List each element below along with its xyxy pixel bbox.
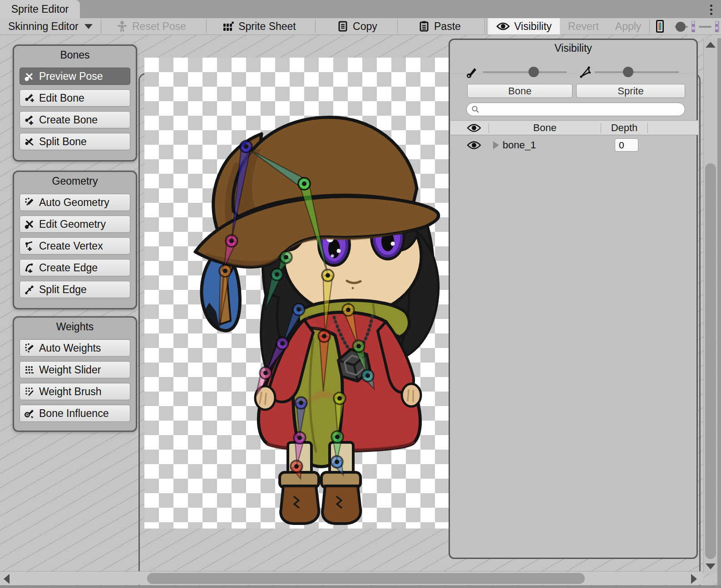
foldout-triangle-icon[interactable] [493, 141, 499, 149]
window-bottom-edge [0, 585, 721, 588]
character-sprite [144, 58, 449, 529]
column-header-bone[interactable]: Bone [489, 122, 601, 134]
eye-icon [467, 123, 481, 132]
paste-icon [418, 20, 430, 32]
bone-influence-icon [25, 408, 35, 418]
weight-slider-button[interactable]: Weight Slider [20, 361, 130, 378]
tab-bone[interactable]: Bone [467, 84, 573, 98]
vertical-scroll-thumb[interactable] [705, 163, 716, 559]
mode-dropdown-label: Skinning Editor [8, 20, 79, 33]
horizontal-scroll-thumb[interactable] [147, 573, 585, 584]
horizontal-scrollbar[interactable] [0, 571, 703, 585]
preview-pose-button[interactable]: Preview Pose [20, 68, 130, 85]
edit-bone-icon [25, 93, 35, 103]
edit-geometry-icon [25, 219, 35, 229]
auto-geometry-button[interactable]: Auto Geometry [20, 194, 130, 211]
bones-panel: Bones Preview Pose Edit Bone Create Bone… [13, 44, 137, 162]
search-icon [471, 105, 479, 113]
weight-brush-button[interactable]: Weight Brush [20, 383, 130, 400]
sprite-sheet-button[interactable]: Sprite Sheet [214, 18, 304, 34]
bone-opacity-slider[interactable] [483, 64, 567, 80]
copy-label: Copy [353, 20, 377, 33]
auto-weights-icon [25, 343, 35, 353]
preview-pose-icon [25, 71, 35, 81]
paste-button[interactable]: Paste [410, 18, 469, 34]
copy-icon [337, 20, 349, 32]
create-vertex-icon [25, 241, 35, 251]
auto-geometry-icon [25, 197, 35, 207]
split-edge-icon [25, 284, 35, 294]
bone-opacity-icon [465, 65, 479, 79]
visibility-all-eye-toggle[interactable] [467, 123, 481, 132]
bone-table-header: Bone Depth [450, 120, 698, 135]
sprite-sheet-label: Sprite Sheet [238, 20, 296, 33]
scroll-down-arrow[interactable] [706, 564, 716, 569]
apply-button[interactable]: Apply [607, 18, 650, 34]
auto-weights-button[interactable]: Auto Weights [20, 339, 130, 357]
column-header-depth[interactable]: Depth [601, 122, 647, 134]
window-tab-sprite-editor[interactable]: Sprite Editor [0, 0, 80, 18]
mode-dropdown[interactable]: Skinning Editor [0, 18, 101, 34]
slider-knob[interactable] [528, 67, 539, 77]
bone-depth-input[interactable] [615, 138, 638, 152]
paste-label: Paste [434, 20, 461, 33]
bone-eye-toggle[interactable] [467, 141, 481, 150]
create-bone-icon [25, 115, 35, 125]
search-input[interactable] [482, 103, 680, 115]
create-vertex-button[interactable]: Create Vertex [20, 237, 130, 255]
weights-panel-title: Weights [14, 318, 136, 335]
reset-pose-label: Reset Pose [132, 20, 186, 33]
edit-geometry-button[interactable]: Edit Geometry [20, 216, 130, 233]
geometry-panel-title: Geometry [14, 172, 136, 189]
vertical-scrollbar[interactable] [703, 38, 717, 573]
create-edge-icon [25, 263, 35, 273]
bone-row[interactable]: bone_1 [450, 136, 698, 154]
slider-knob[interactable] [676, 22, 686, 32]
weights-panel: Weights Auto Weights Weight Slider Weigh… [13, 316, 137, 432]
split-edge-button[interactable]: Split Edge [20, 281, 130, 298]
bones-panel-title: Bones [14, 46, 136, 63]
revert-button[interactable]: Revert [560, 18, 607, 34]
copy-button[interactable]: Copy [329, 18, 385, 34]
visibility-sliders [450, 64, 696, 80]
canvas-area: Bones Preview Pose Edit Bone Create Bone… [0, 35, 721, 588]
window-tab-label: Sprite Editor [11, 3, 69, 15]
opacity-slider-sprite[interactable] [675, 18, 688, 35]
weight-slider-icon [25, 365, 35, 375]
opacity-slider-overlay[interactable] [699, 18, 711, 35]
split-bone-button[interactable]: Split Bone [20, 133, 130, 150]
window-menu-icon[interactable] [706, 2, 716, 17]
edit-bone-button[interactable]: Edit Bone [20, 89, 130, 107]
visibility-label: Visibility [514, 20, 552, 33]
window-right-edge [717, 38, 721, 585]
visibility-toggle-button[interactable]: Visibility [488, 18, 560, 34]
visibility-panel-title: Visibility [450, 40, 696, 54]
visibility-panel: Visibility Bone [449, 39, 698, 559]
color-channels-button[interactable] [656, 20, 664, 33]
sprite-opacity-slider[interactable] [595, 64, 679, 80]
sprite-editor-window: Sprite Editor Skinning Editor Reset Pose… [0, 0, 721, 588]
scroll-up-arrow[interactable] [706, 42, 716, 48]
mannequin-icon [116, 20, 128, 32]
chevron-down-icon [84, 24, 93, 29]
titlebar: Sprite Editor [0, 0, 721, 18]
slider-knob[interactable] [623, 67, 633, 77]
eye-icon [467, 141, 481, 150]
rgb-stripes-icon [658, 22, 662, 30]
sprite-sheet-icon [222, 20, 234, 32]
create-edge-button[interactable]: Create Edge [20, 259, 130, 276]
bone-influence-button[interactable]: Bone Influence [20, 405, 130, 422]
alpha-checker-icon [715, 21, 719, 32]
reset-pose-button[interactable]: Reset Pose [108, 18, 194, 34]
apply-label: Apply [615, 20, 642, 33]
sprite-opacity-icon [578, 65, 593, 79]
scroll-left-arrow[interactable] [4, 574, 10, 584]
create-bone-button[interactable]: Create Bone [20, 111, 130, 128]
geometry-panel: Geometry Auto Geometry Edit Geometry Cre… [13, 171, 137, 309]
weight-brush-icon [25, 387, 35, 397]
sprite-canvas[interactable] [144, 58, 449, 529]
scroll-right-arrow[interactable] [691, 574, 697, 584]
tab-sprite[interactable]: Sprite [576, 84, 685, 98]
bone-name[interactable]: bone_1 [503, 139, 536, 151]
eye-icon [496, 22, 510, 31]
